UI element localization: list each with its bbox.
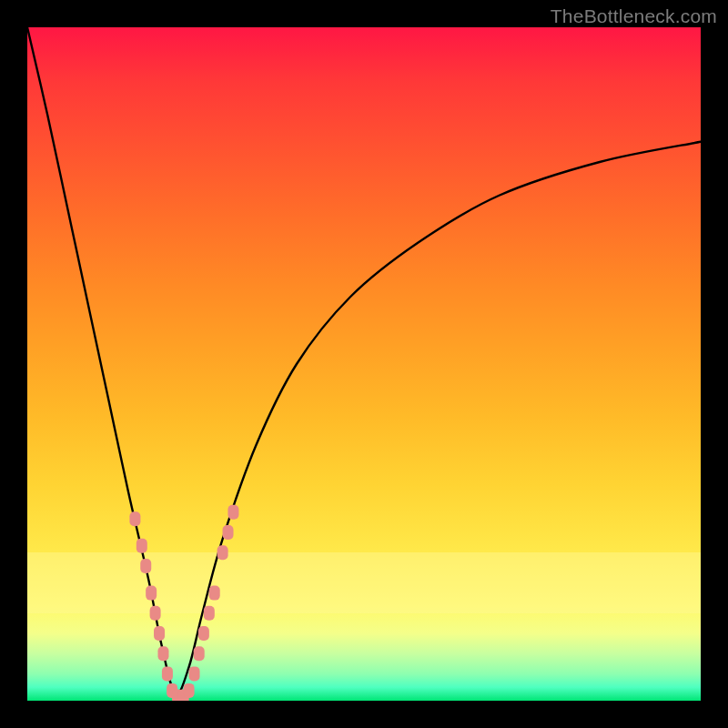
recommended-dot — [204, 606, 215, 621]
watermark-text: TheBottleneck.com — [551, 5, 717, 27]
recommended-dot — [194, 646, 205, 661]
recommended-dot — [223, 525, 234, 540]
recommended-dot — [154, 626, 165, 641]
recommended-dot — [136, 539, 147, 553]
bottleneck-curve — [27, 27, 701, 694]
plot-area — [27, 27, 701, 701]
recommended-dot — [157, 646, 168, 661]
recommended-dot — [129, 511, 140, 526]
recommended-dot — [150, 606, 161, 621]
recommended-dot — [217, 545, 228, 560]
recommended-dot — [198, 626, 209, 641]
recommended-dot — [209, 586, 220, 601]
recommended-dot — [228, 505, 238, 520]
recommended-markers — [129, 505, 238, 701]
recommended-dot — [140, 559, 151, 573]
recommended-dot — [146, 586, 157, 601]
recommended-dot — [184, 683, 195, 698]
chart-frame: TheBottleneck.com — [0, 0, 728, 728]
curve-layer — [27, 27, 701, 701]
recommended-dot — [189, 666, 200, 681]
recommended-dot — [162, 666, 173, 681]
